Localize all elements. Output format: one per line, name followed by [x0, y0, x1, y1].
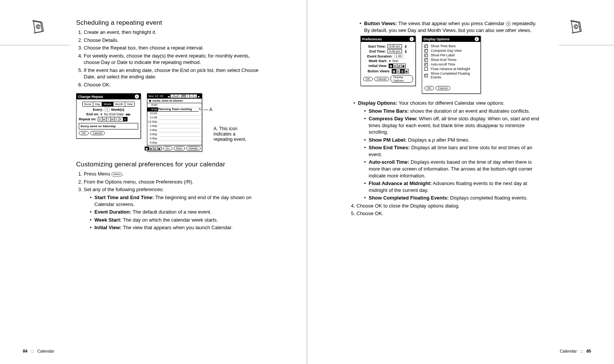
duration-label: Event Duration:	[363, 54, 393, 58]
page-spread: Scheduling a repeating event Create an e…	[0, 0, 614, 364]
display-options-dialog: Display Options i Show Time Bars Compres…	[422, 36, 481, 94]
prev-icon: ◀	[167, 94, 170, 98]
bullet: Compress Day View: When off, all time sl…	[364, 115, 542, 136]
menu-button-icon: menu	[112, 172, 122, 177]
repeat-on-label: Repeat on:	[79, 117, 97, 121]
event-row: 9:00 Planning Team meeting ↻	[147, 107, 202, 112]
header-rule	[0, 45, 70, 45]
page-footer-right: Calendar :: 85	[560, 349, 591, 353]
seg-none: None	[83, 102, 93, 106]
display-options-button: Display Options	[391, 75, 413, 83]
bullet: Event Duration: The default duration of …	[90, 209, 265, 216]
repeat-summary: Every week on Saturday	[79, 123, 138, 129]
steps-customizing: Press Menu menu. From the Options menu, …	[76, 171, 265, 231]
dropdown-icon: ▾	[389, 59, 391, 63]
wd: T	[178, 94, 182, 98]
dialog-title: Change Repeat	[78, 95, 103, 99]
info-icon: i	[410, 37, 414, 41]
every-value: 1	[105, 107, 109, 112]
checkbox-icon	[424, 49, 428, 53]
step: Set any of the following preferences: St…	[84, 186, 265, 231]
info-icon: i	[475, 37, 479, 41]
bullet: Display Options: Your choices for differ…	[354, 100, 542, 201]
checkbox-icon	[424, 63, 428, 66]
bullet: Button Views: The views that appear when…	[360, 20, 542, 34]
end-time-value: 6:00 pm	[388, 49, 402, 53]
step: If the event has an ending date, choose …	[84, 67, 265, 80]
ok-button: OK	[424, 86, 434, 90]
seg-year: Year	[125, 102, 134, 106]
opt-label: Show End Times	[431, 58, 457, 62]
header-rule	[559, 45, 614, 45]
buttonviews-label: Button Views:	[363, 69, 391, 73]
dayview-footer: ▦ ▤ ▥ ▣ Go New Details	[147, 145, 202, 151]
footer-sep: ::	[580, 349, 583, 353]
time: 8:00	[147, 103, 158, 107]
dayview-date: Nov 12, 03	[148, 94, 163, 98]
seg-month: Month	[113, 102, 125, 106]
dialog-titlebar: Preferences i	[361, 36, 415, 42]
checkbox-icon	[424, 67, 428, 71]
dayview-header: Nov 12, 03 ◀ S M T W T F S ▶	[147, 94, 202, 99]
view-picker: ▦▤▥▣	[392, 69, 409, 73]
bullet: Show End Times: Displays all time bars a…	[364, 144, 542, 158]
footer-sep: ::	[31, 349, 33, 353]
checkbox-icon	[424, 54, 428, 57]
day-picker: S M T W T F S	[98, 117, 128, 121]
time: 11:00	[147, 116, 158, 120]
start-time-label: Start Time:	[363, 45, 386, 48]
info-icon: i	[135, 94, 139, 99]
step: From the Options menu, choose Preference…	[84, 179, 265, 185]
pref-bullets: Start Time and End Time: The beginning a…	[84, 194, 265, 231]
repeat-icon: ↻	[199, 107, 202, 112]
time: 1:00p	[147, 124, 158, 128]
event-title: Planning Team meeting	[158, 107, 199, 112]
allday-row: ◆ Invite John to Dinner	[147, 99, 202, 103]
weekday-nav: ◀ S M T W T F S ▶	[167, 94, 201, 98]
diamond-icon: ◆	[149, 99, 151, 102]
time: 12:00p	[147, 120, 158, 124]
duration-value: 1:00	[394, 54, 403, 58]
new-button: New	[174, 146, 185, 150]
every-label: Every:	[93, 108, 104, 112]
bullet: Show PM Label: Displays a p after PM tim…	[364, 137, 542, 144]
time: 2:00p	[147, 128, 158, 133]
dialog-titlebar: Display Options i	[422, 36, 480, 42]
manual-section-icon	[30, 19, 46, 34]
every-unit: Week(s)	[111, 108, 124, 112]
page-number: 84	[23, 349, 27, 353]
day-selected: S	[123, 117, 128, 121]
wd: M	[174, 94, 178, 98]
opt-label: Show Completed Floating Events	[431, 72, 478, 79]
section-name: Calendar	[560, 349, 577, 353]
dayview-figure: Nov 12, 03 ◀ S M T W T F S ▶	[147, 93, 202, 152]
bullet: Float Advance at Midnight: Advances floa…	[364, 180, 542, 193]
step: Create an event, then highlight it.	[84, 29, 265, 36]
ok-button: OK	[79, 131, 89, 135]
bullet: Initial View: The view that appears when…	[90, 224, 265, 231]
opt-label: Float Advance at Midnight	[431, 67, 470, 71]
display-options-bullets: Show Time Bars: shows the duration of an…	[358, 108, 542, 201]
page-right: Button Views: The views that appear when…	[307, 0, 614, 364]
display-options-intro: Display Options: Your choices for differ…	[349, 100, 542, 201]
ok-button: OK	[363, 77, 373, 81]
checkbox-icon	[424, 58, 428, 62]
nav-arrows-icon: ◀ ▶	[125, 113, 131, 116]
wd: T	[186, 94, 189, 98]
callout-a-text: A. This icon indicates a repeating event…	[214, 126, 252, 142]
change-repeat-dialog: Change Repeat i None Day Week Month Year	[76, 93, 141, 139]
next-icon: ▶	[197, 94, 201, 98]
preferences-dialog: Preferences i Start Time:8:00 am▲▼ End T…	[360, 36, 416, 86]
steps-scheduling: Create an event, then highlight it. Choo…	[76, 29, 265, 88]
heading-customizing: Customizing general preferences for your…	[76, 161, 265, 168]
button-views-bullet: Button Views: The views that appear when…	[349, 20, 542, 34]
initialview-label: Initial View:	[363, 64, 388, 68]
end-value: No End Date	[104, 112, 124, 116]
callout-column: — A A. This icon indicates a repeating e…	[202, 93, 252, 152]
spinner-icon: ▲▼	[404, 45, 407, 48]
time: 4:00p	[147, 137, 158, 141]
cancel-button: Cancel	[374, 77, 389, 81]
event-time: 9:00	[147, 107, 158, 112]
heading-scheduling: Scheduling a repeating event	[76, 19, 265, 27]
view-switcher: ▦ ▤ ▥ ▣	[145, 147, 162, 150]
